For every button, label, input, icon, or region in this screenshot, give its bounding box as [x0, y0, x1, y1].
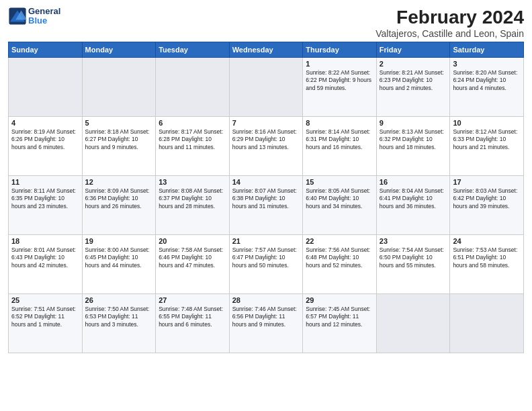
day-number: 17 [453, 178, 521, 186]
day-info: Sunrise: 7:46 AM Sunset: 6:56 PM Dayligh… [232, 306, 300, 328]
day-info: Sunrise: 8:07 AM Sunset: 6:38 PM Dayligh… [232, 187, 300, 210]
table-row: 14Sunrise: 8:07 AM Sunset: 6:38 PM Dayli… [229, 176, 303, 235]
table-row: 19Sunrise: 8:00 AM Sunset: 6:45 PM Dayli… [82, 235, 156, 294]
table-row: 11Sunrise: 8:11 AM Sunset: 6:35 PM Dayli… [9, 176, 83, 235]
table-row: 16Sunrise: 8:04 AM Sunset: 6:41 PM Dayli… [376, 176, 450, 235]
day-number: 2 [380, 60, 447, 68]
day-number: 4 [11, 119, 79, 127]
day-number: 10 [453, 119, 521, 127]
table-row: 10Sunrise: 8:12 AM Sunset: 6:33 PM Dayli… [450, 117, 524, 176]
day-info: Sunrise: 7:50 AM Sunset: 6:53 PM Dayligh… [85, 306, 153, 328]
day-info: Sunrise: 7:56 AM Sunset: 6:48 PM Dayligh… [306, 246, 373, 269]
table-row: 12Sunrise: 8:09 AM Sunset: 6:36 PM Dayli… [82, 176, 156, 235]
table-row [450, 294, 524, 353]
day-info: Sunrise: 8:21 AM Sunset: 6:23 PM Dayligh… [380, 69, 447, 92]
table-row: 21Sunrise: 7:57 AM Sunset: 6:47 PM Dayli… [229, 235, 303, 294]
table-row: 26Sunrise: 7:50 AM Sunset: 6:53 PM Dayli… [82, 294, 156, 353]
day-info: Sunrise: 8:08 AM Sunset: 6:37 PM Dayligh… [159, 187, 226, 210]
day-info: Sunrise: 8:12 AM Sunset: 6:33 PM Dayligh… [453, 128, 521, 151]
table-row: 3Sunrise: 8:20 AM Sunset: 6:24 PM Daylig… [450, 58, 524, 117]
logo-line2: Blue [28, 16, 60, 26]
day-number: 16 [380, 178, 447, 186]
table-row: 20Sunrise: 7:58 AM Sunset: 6:46 PM Dayli… [156, 235, 230, 294]
table-row [82, 58, 156, 117]
day-number: 8 [306, 119, 373, 127]
day-number: 11 [11, 178, 79, 186]
table-row: 23Sunrise: 7:54 AM Sunset: 6:50 PM Dayli… [376, 235, 450, 294]
page-container: General Blue February 2024 Valtajeros, C… [0, 0, 532, 359]
table-row: 24Sunrise: 7:53 AM Sunset: 6:51 PM Dayli… [450, 235, 524, 294]
day-number: 6 [159, 119, 226, 127]
logo-icon [8, 7, 27, 26]
table-row: 1Sunrise: 8:22 AM Sunset: 6:22 PM Daylig… [303, 58, 377, 117]
header: General Blue February 2024 Valtajeros, C… [8, 7, 524, 39]
day-info: Sunrise: 8:17 AM Sunset: 6:28 PM Dayligh… [159, 128, 226, 151]
day-info: Sunrise: 7:45 AM Sunset: 6:57 PM Dayligh… [306, 306, 373, 328]
day-info: Sunrise: 7:48 AM Sunset: 6:55 PM Dayligh… [159, 306, 226, 328]
day-info: Sunrise: 7:57 AM Sunset: 6:47 PM Dayligh… [232, 246, 300, 269]
day-info: Sunrise: 8:14 AM Sunset: 6:31 PM Dayligh… [306, 128, 373, 151]
day-info: Sunrise: 8:03 AM Sunset: 6:42 PM Dayligh… [453, 187, 521, 210]
day-number: 21 [232, 237, 300, 245]
day-info: Sunrise: 7:53 AM Sunset: 6:51 PM Dayligh… [453, 246, 521, 269]
table-row [9, 58, 83, 117]
table-row: 9Sunrise: 8:13 AM Sunset: 6:32 PM Daylig… [376, 117, 450, 176]
day-info: Sunrise: 7:58 AM Sunset: 6:46 PM Dayligh… [159, 246, 226, 269]
header-friday: Friday [376, 42, 450, 58]
day-info: Sunrise: 8:00 AM Sunset: 6:45 PM Dayligh… [85, 246, 153, 269]
day-number: 1 [306, 60, 373, 68]
day-number: 28 [232, 296, 300, 304]
table-row [376, 294, 450, 353]
day-number: 7 [232, 119, 300, 127]
day-number: 15 [306, 178, 373, 186]
day-number: 26 [85, 296, 153, 304]
day-info: Sunrise: 8:20 AM Sunset: 6:24 PM Dayligh… [453, 69, 521, 92]
day-number: 22 [306, 237, 373, 245]
table-row: 29Sunrise: 7:45 AM Sunset: 6:57 PM Dayli… [303, 294, 377, 353]
table-row: 17Sunrise: 8:03 AM Sunset: 6:42 PM Dayli… [450, 176, 524, 235]
day-number: 27 [159, 296, 226, 304]
header-wednesday: Wednesday [229, 42, 303, 58]
day-number: 24 [453, 237, 521, 245]
day-number: 3 [453, 60, 521, 68]
logo: General Blue [8, 7, 60, 26]
day-info: Sunrise: 8:04 AM Sunset: 6:41 PM Dayligh… [380, 187, 447, 210]
day-number: 20 [159, 237, 226, 245]
day-number: 29 [306, 296, 373, 304]
calendar-table: Sunday Monday Tuesday Wednesday Thursday… [8, 42, 524, 353]
header-monday: Monday [82, 42, 156, 58]
table-row: 25Sunrise: 7:51 AM Sunset: 6:52 PM Dayli… [9, 294, 83, 353]
day-number: 13 [159, 178, 226, 186]
day-number: 18 [11, 237, 79, 245]
table-row: 13Sunrise: 8:08 AM Sunset: 6:37 PM Dayli… [156, 176, 230, 235]
day-info: Sunrise: 8:01 AM Sunset: 6:43 PM Dayligh… [11, 246, 79, 269]
day-info: Sunrise: 7:51 AM Sunset: 6:52 PM Dayligh… [11, 306, 79, 328]
header-sunday: Sunday [9, 42, 83, 58]
day-info: Sunrise: 8:13 AM Sunset: 6:32 PM Dayligh… [380, 128, 447, 151]
header-tuesday: Tuesday [156, 42, 230, 58]
table-row: 15Sunrise: 8:05 AM Sunset: 6:40 PM Dayli… [303, 176, 377, 235]
day-info: Sunrise: 8:22 AM Sunset: 6:22 PM Dayligh… [306, 69, 373, 92]
table-row [156, 58, 230, 117]
table-row: 27Sunrise: 7:48 AM Sunset: 6:55 PM Dayli… [156, 294, 230, 353]
table-row: 28Sunrise: 7:46 AM Sunset: 6:56 PM Dayli… [229, 294, 303, 353]
header-saturday: Saturday [450, 42, 524, 58]
table-row [229, 58, 303, 117]
day-info: Sunrise: 8:09 AM Sunset: 6:36 PM Dayligh… [85, 187, 153, 210]
day-info: Sunrise: 8:05 AM Sunset: 6:40 PM Dayligh… [306, 187, 373, 210]
calendar-body: 1Sunrise: 8:22 AM Sunset: 6:22 PM Daylig… [9, 58, 524, 353]
day-info: Sunrise: 8:16 AM Sunset: 6:29 PM Dayligh… [232, 128, 300, 151]
day-number: 23 [380, 237, 447, 245]
day-info: Sunrise: 8:11 AM Sunset: 6:35 PM Dayligh… [11, 187, 79, 210]
day-number: 25 [11, 296, 79, 304]
day-number: 9 [380, 119, 447, 127]
table-row: 8Sunrise: 8:14 AM Sunset: 6:31 PM Daylig… [303, 117, 377, 176]
table-row: 7Sunrise: 8:16 AM Sunset: 6:29 PM Daylig… [229, 117, 303, 176]
table-row: 22Sunrise: 7:56 AM Sunset: 6:48 PM Dayli… [303, 235, 377, 294]
day-number: 14 [232, 178, 300, 186]
table-row: 2Sunrise: 8:21 AM Sunset: 6:23 PM Daylig… [376, 58, 450, 117]
table-row: 4Sunrise: 8:19 AM Sunset: 6:26 PM Daylig… [9, 117, 83, 176]
month-title: February 2024 [375, 7, 524, 28]
header-thursday: Thursday [303, 42, 377, 58]
table-row: 6Sunrise: 8:17 AM Sunset: 6:28 PM Daylig… [156, 117, 230, 176]
